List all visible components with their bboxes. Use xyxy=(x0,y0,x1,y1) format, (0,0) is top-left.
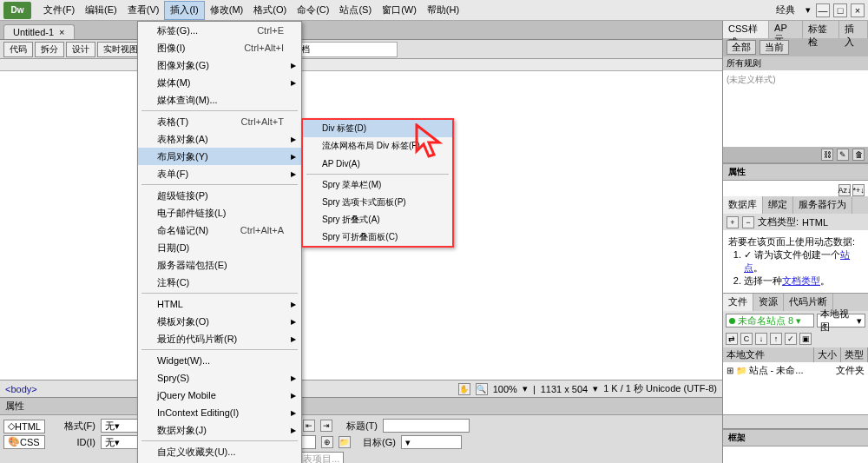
maximize-icon[interactable]: □ xyxy=(833,3,847,17)
menu-item-spry[interactable]: Spry(S)▶ xyxy=(138,369,301,387)
col-size[interactable]: 大小 xyxy=(814,347,841,362)
expand-icon[interactable]: ▣ xyxy=(799,333,812,345)
properties-panel: 属性 ◇ HTML 🎨 CSS 格式(F) 无 ▾ 类 无 ▾ B I ≡ ⋮≡… xyxy=(0,397,722,463)
menu-item-widget[interactable]: Widget(W)... xyxy=(138,352,301,369)
delete-rule-icon[interactable]: 🗑 xyxy=(852,149,865,161)
format-label: 格式(F) xyxy=(56,420,95,433)
browse-icon[interactable]: 📁 xyxy=(339,436,351,448)
menu-item-hyperlink[interactable]: 超级链接(P) xyxy=(138,187,301,204)
code-view-button[interactable]: 代码 xyxy=(3,42,33,57)
menu-insert[interactable]: 插入(I) xyxy=(164,1,204,20)
menu-item-mediaq[interactable]: 媒体查询(M)... xyxy=(138,91,301,109)
put-icon[interactable]: ↑ xyxy=(770,333,782,345)
menu-item-image[interactable]: 图像(I)Ctrl+Alt+I xyxy=(138,39,301,56)
canvas-dimensions[interactable]: 1131 x 504 xyxy=(541,384,588,394)
menu-item-layout[interactable]: 布局对象(Y)▶ xyxy=(138,148,301,165)
menu-edit[interactable]: 编辑(E) xyxy=(80,1,122,20)
tab-ap-elements[interactable]: AP 元 xyxy=(769,21,803,38)
menu-modify[interactable]: 修改(M) xyxy=(205,1,249,20)
menu-item-ssi[interactable]: 服务器端包括(E) xyxy=(138,256,301,274)
zoom-level[interactable]: 100% xyxy=(493,384,517,394)
menu-format[interactable]: 格式(O) xyxy=(248,1,292,20)
menu-item-ice[interactable]: InContext Editing(I)▶ xyxy=(138,404,301,421)
checkout-icon[interactable]: ✓ xyxy=(785,333,797,345)
headtitle-label: 标题(T) xyxy=(338,420,378,433)
document-tab[interactable]: Untitled-1 × xyxy=(3,24,75,39)
menu-item-imageobj[interactable]: 图像对象(G)▶ xyxy=(138,56,301,74)
refresh-icon[interactable]: C xyxy=(740,333,753,345)
point-to-file-icon[interactable]: ⊕ xyxy=(321,436,333,448)
menu-commands[interactable]: 命令(C) xyxy=(292,1,334,20)
menu-item-media[interactable]: 媒体(M)▶ xyxy=(138,74,301,91)
search-icon[interactable]: ▾ xyxy=(806,4,811,16)
split-view-button[interactable]: 拆分 xyxy=(35,42,64,57)
submenu-item-spryc[interactable]: Spry 可折叠面板(C) xyxy=(303,228,452,246)
menu-item-table[interactable]: 表格(T)Ctrl+Alt+T xyxy=(138,113,301,130)
minimize-icon[interactable]: — xyxy=(816,3,830,17)
menu-item-recent[interactable]: 最近的代码片断(R)▶ xyxy=(138,330,301,347)
css-current-button[interactable]: 当前 xyxy=(760,40,789,55)
tab-assets[interactable]: 资源 xyxy=(753,294,784,311)
menu-file[interactable]: 文件(F) xyxy=(38,1,80,20)
app-logo: Dw xyxy=(3,2,31,19)
menu-item-fav[interactable]: 自定义收藏夹(U)... xyxy=(138,443,301,460)
frames-panel-title[interactable]: 框架 xyxy=(723,429,868,446)
outdent-button[interactable]: ⇤ xyxy=(303,420,315,432)
submenu-item-sprya[interactable]: Spry 折叠式(A) xyxy=(303,211,452,228)
zoom-tool-icon[interactable]: 🔍 xyxy=(476,383,488,395)
target-select[interactable]: ▾ xyxy=(401,435,462,449)
menu-item-tag[interactable]: 标签(G)...Ctrl+E xyxy=(138,22,301,39)
tab-databases[interactable]: 数据库 xyxy=(723,196,763,214)
doctype-link[interactable]: 文档类型 xyxy=(782,275,820,286)
menu-site[interactable]: 站点(S) xyxy=(334,1,377,20)
menu-item-email[interactable]: 电子邮件链接(L) xyxy=(138,204,301,222)
connect-icon[interactable]: ⇄ xyxy=(726,333,738,345)
menu-item-comment[interactable]: 注释(C) xyxy=(138,274,301,291)
workspace-switch[interactable]: 经典 xyxy=(771,1,800,20)
properties-panel-title[interactable]: 属性 xyxy=(0,398,722,415)
tab-insert[interactable]: 插入 xyxy=(839,21,868,38)
tab-close-icon[interactable]: × xyxy=(59,27,64,37)
menu-bar: Dw 文件(F) 编辑(E) 查看(V) 插入(I) 修改(M) 格式(O) 命… xyxy=(0,0,868,21)
menu-item-jqm[interactable]: jQuery Mobile▶ xyxy=(138,387,301,404)
design-view-button[interactable]: 设计 xyxy=(66,42,95,57)
css-mode-button[interactable]: 🎨 CSS xyxy=(3,435,45,449)
tag-selector[interactable]: <body> xyxy=(5,384,37,394)
menu-item-html[interactable]: HTML▶ xyxy=(138,295,301,313)
menu-item-dataobj[interactable]: 数据对象(J)▶ xyxy=(138,421,301,439)
col-local-files[interactable]: 本地文件 xyxy=(723,347,814,362)
html-mode-button[interactable]: ◇ HTML xyxy=(3,420,45,433)
add-db-icon[interactable]: + xyxy=(727,216,739,228)
tab-tag-inspect[interactable]: 标签检 xyxy=(803,21,840,38)
menu-help[interactable]: 帮助(H) xyxy=(422,1,464,20)
az-sort-icon[interactable]: Az↓ xyxy=(838,184,851,196)
indent-button[interactable]: ⇥ xyxy=(320,420,332,432)
tab-files[interactable]: 文件 xyxy=(723,294,753,311)
submenu-item-spryt[interactable]: Spry 选项卡式面板(P) xyxy=(303,194,452,211)
new-rule-icon[interactable]: ✎ xyxy=(837,149,849,161)
hand-tool-icon[interactable]: ✋ xyxy=(458,383,470,395)
menu-item-tableobj[interactable]: 表格对象(A)▶ xyxy=(138,130,301,148)
site-select[interactable]: 未命名站点 8 ▾ xyxy=(726,314,814,327)
attach-stylesheet-icon[interactable]: ⛓ xyxy=(821,149,833,161)
col-type[interactable]: 类型 xyxy=(841,347,868,362)
menu-item-form[interactable]: 表单(F)▶ xyxy=(138,165,301,182)
tab-bindings[interactable]: 绑定 xyxy=(763,196,793,214)
menu-item-tmplobj[interactable]: 模板对象(O)▶ xyxy=(138,313,301,330)
tab-server-behaviors[interactable]: 服务器行为 xyxy=(793,196,852,214)
menu-view[interactable]: 查看(V) xyxy=(122,1,165,20)
list-sort-icon[interactable]: *+↓ xyxy=(852,184,865,196)
menu-window[interactable]: 窗口(W) xyxy=(377,1,422,20)
tab-css-styles[interactable]: CSS样式 xyxy=(723,21,769,38)
close-icon[interactable]: × xyxy=(851,3,865,17)
remove-db-icon[interactable]: − xyxy=(742,216,754,228)
menu-item-date[interactable]: 日期(D) xyxy=(138,239,301,256)
get-icon[interactable]: ↓ xyxy=(755,333,767,345)
submenu-item-sprym[interactable]: Spry 菜单栏(M) xyxy=(303,176,452,194)
view-select[interactable]: 本地视图▾ xyxy=(817,314,865,327)
menu-item-anchor[interactable]: 命名锚记(N)Ctrl+Alt+A xyxy=(138,222,301,239)
css-all-button[interactable]: 全部 xyxy=(727,40,756,55)
properties-section-header[interactable]: 属性 xyxy=(723,163,868,181)
headtitle-input[interactable] xyxy=(383,419,470,433)
files-tree[interactable]: ⊞ 📁 站点 - 未命... 文件夹 xyxy=(723,362,868,414)
